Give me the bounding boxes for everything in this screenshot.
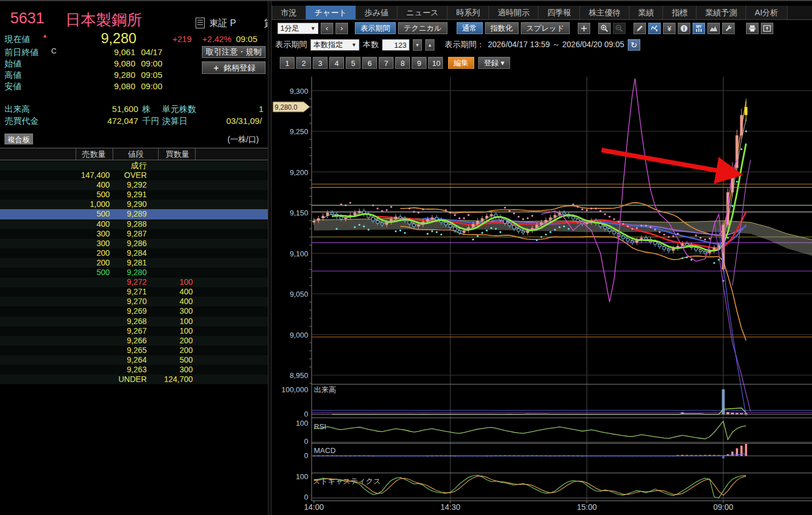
plot-area <box>312 78 812 416</box>
tab-適時開示[interactable]: 適時開示 <box>489 6 538 19</box>
order-book-row[interactable]: 4009,292 <box>0 180 268 190</box>
order-book-row[interactable]: 1,0009,290 <box>0 200 268 209</box>
tab-bar: 市況チャート歩み値ニュース時系列適時開示四季報株主優待業績指標業績予測AI分析 <box>272 6 812 20</box>
volume-value: 51,600 <box>81 104 138 114</box>
tab-市況[interactable]: 市況 <box>272 6 306 19</box>
edit-button[interactable]: 編集 <box>448 57 474 69</box>
tab-チャート[interactable]: チャート <box>306 6 356 19</box>
zoom-out-icon[interactable] <box>613 23 625 34</box>
order-book-row[interactable]: 5009,289 <box>0 209 268 219</box>
order-book-row[interactable]: 9,269300 <box>0 306 268 316</box>
tab-四季報[interactable]: 四季報 <box>538 6 580 19</box>
order-book-row[interactable]: 9,271400 <box>0 287 268 297</box>
interval-select[interactable]: 1分足▼ <box>277 23 318 34</box>
composite-board-button[interactable]: 複合板 <box>5 134 33 144</box>
trade-caution-button[interactable]: 取引注意・規制 <box>202 46 266 58</box>
tab-指標[interactable]: 指標 <box>663 6 697 19</box>
count-input[interactable] <box>382 39 409 51</box>
prev-button[interactable]: ‹ <box>321 23 333 34</box>
open-time: 09:00 <box>141 59 163 68</box>
count-down-icon[interactable]: ▼ <box>413 39 422 51</box>
tab-AI分析[interactable]: AI分析 <box>746 6 787 19</box>
technical-button[interactable]: テクニカル <box>398 22 448 34</box>
preset-button-5[interactable]: 5 <box>346 57 361 69</box>
svg-text:出来高: 出来高 <box>314 385 336 394</box>
chart-toolbar: 1分足▼ ‹ › 表示期間 テクニカル 通常 指数化 スプレッド ¥ i MY <box>277 22 773 35</box>
popup-window-icon[interactable] <box>761 23 773 34</box>
order-book-row[interactable]: 9,265200 <box>0 346 268 355</box>
svg-text:9,250: 9,250 <box>289 127 308 136</box>
reload-icon[interactable]: ↻ <box>628 39 640 51</box>
chart-canvas[interactable]: 9,3009,2509,2009,1509,1009,0509,0008,950… <box>272 72 812 515</box>
settle-label: 決算日 <box>162 116 188 127</box>
buy-qty-header: 買数量 <box>165 149 189 160</box>
svg-text:MY: MY <box>696 24 702 28</box>
order-book-row[interactable]: UNDER124,700 <box>0 375 268 384</box>
tab-歩み値[interactable]: 歩み値 <box>356 6 397 19</box>
svg-text:0: 0 <box>304 410 308 418</box>
peak-chart-icon[interactable] <box>707 23 720 34</box>
preset-button-8[interactable]: 8 <box>395 57 410 69</box>
display-period-button[interactable]: 表示期間 <box>355 22 396 34</box>
order-book-row[interactable]: 2009,284 <box>0 248 268 258</box>
tab-業績予測[interactable]: 業績予測 <box>697 6 746 19</box>
register-list-button[interactable]: 登録 ▾ <box>478 57 510 69</box>
turnover-value: 472,047 <box>81 116 138 126</box>
document-icon <box>196 18 205 28</box>
tab-ニュース[interactable]: ニュース <box>397 6 448 19</box>
wrench-icon[interactable] <box>722 23 735 34</box>
period-label: 表示期間 <box>275 40 307 50</box>
sell-qty-header: 売数量 <box>82 149 106 160</box>
preset-button-4[interactable]: 4 <box>329 57 344 69</box>
tab-業績[interactable]: 業績 <box>629 6 663 19</box>
current-price-tag: 9,280.0 <box>273 102 310 112</box>
order-book-row[interactable]: 2009,281 <box>0 258 268 268</box>
order-book-row[interactable]: 9,268100 <box>0 317 268 326</box>
preset-button-7[interactable]: 7 <box>379 57 393 69</box>
order-book-row[interactable]: 9,264500 <box>0 355 268 365</box>
svg-text:RSI: RSI <box>314 422 326 431</box>
tab-株主優待[interactable]: 株主優待 <box>580 6 629 19</box>
order-book-row[interactable]: 9,266200 <box>0 336 268 346</box>
preset-button-3[interactable]: 3 <box>313 57 328 69</box>
preset-button-9[interactable]: 9 <box>412 57 426 69</box>
zoom-in-icon[interactable] <box>598 23 611 34</box>
indexed-mode-button[interactable]: 指数化 <box>485 22 519 34</box>
preset-button-10[interactable]: 10 <box>428 57 443 69</box>
svg-text:0: 0 <box>304 437 308 446</box>
order-book-row[interactable]: 9,272100 <box>0 277 268 287</box>
info-icon[interactable]: i <box>678 23 690 34</box>
register-symbol-button[interactable]: ＋銘柄登録 <box>202 61 266 74</box>
order-book-row[interactable]: 9,270400 <box>0 297 268 306</box>
printer-icon[interactable] <box>746 23 759 34</box>
count-mode-select[interactable]: 本数指定▼ <box>310 39 359 51</box>
settle-value: 03/31,09/ <box>226 116 262 126</box>
preset-button-6[interactable]: 6 <box>362 57 377 69</box>
order-book-row[interactable]: 3009,286 <box>0 239 268 248</box>
preset-button-1[interactable]: 1 <box>280 57 295 69</box>
order-book-row[interactable]: 3009,287 <box>0 229 268 239</box>
order-book-row[interactable]: 5009,280 <box>0 268 268 277</box>
my-chart-icon[interactable]: MY <box>693 23 705 34</box>
order-book-row[interactable]: 9,263300 <box>0 365 268 375</box>
yen-icon[interactable]: ¥ <box>663 23 676 34</box>
next-button[interactable]: › <box>335 23 348 34</box>
pencil-icon[interactable] <box>633 23 646 34</box>
period-range-value: 2026/04/17 13:59 ～ 2026/04/20 09:05 <box>488 40 624 50</box>
order-book-row[interactable]: 9,267100 <box>0 326 268 336</box>
order-book-row[interactable]: 成行 <box>0 161 268 171</box>
order-book-row[interactable]: 4009,288 <box>0 219 268 229</box>
register-symbol-label: 銘柄登録 <box>223 63 255 72</box>
order-book-row[interactable]: 5009,291 <box>0 190 268 200</box>
plus-icon[interactable] <box>578 23 590 34</box>
normal-mode-button[interactable]: 通常 <box>457 22 483 34</box>
preset-button-2[interactable]: 2 <box>296 57 311 69</box>
order-book-row[interactable]: 147,400OVER <box>0 171 268 180</box>
panel-divider[interactable] <box>268 1 272 515</box>
count-up-icon[interactable]: ▲ <box>425 39 434 51</box>
turnover-unit: 千円 <box>142 116 159 127</box>
trend-pointer-icon[interactable] <box>648 23 661 34</box>
open-label: 始値 <box>5 59 22 69</box>
tab-時系列[interactable]: 時系列 <box>448 6 489 19</box>
spread-mode-button[interactable]: スプレッド <box>521 22 570 34</box>
